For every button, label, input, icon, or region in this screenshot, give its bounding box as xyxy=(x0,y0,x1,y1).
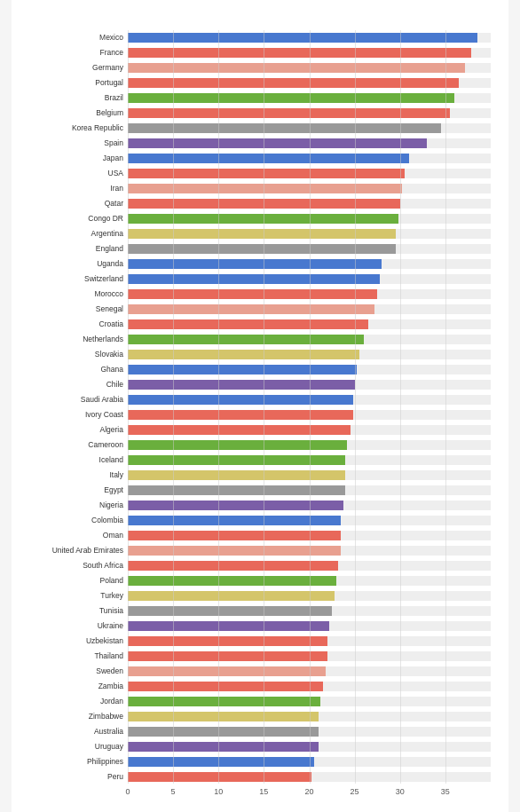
bar-track xyxy=(128,138,491,148)
bar-track xyxy=(128,440,491,450)
row-label: USA xyxy=(35,169,128,177)
table-row: Argentina xyxy=(35,226,491,240)
x-tick: 0 xyxy=(125,787,130,796)
row-label: Colombia xyxy=(35,516,128,524)
row-label: Spain xyxy=(35,138,128,147)
row-label: Oman xyxy=(35,531,128,540)
row-label: Zambia xyxy=(35,682,128,690)
bar-fill xyxy=(128,169,405,178)
bar-fill xyxy=(128,772,311,782)
table-row: Morocco xyxy=(35,287,491,301)
bar-fill xyxy=(128,335,364,344)
table-row: Portugal xyxy=(35,75,491,90)
table-row: Oman xyxy=(35,528,491,542)
table-row: Zambia xyxy=(35,679,491,693)
bar-fill xyxy=(128,199,400,209)
table-row: Cameroon xyxy=(35,438,491,452)
bar-fill xyxy=(128,651,327,661)
bar-track xyxy=(128,501,491,510)
x-tick: 25 xyxy=(351,787,359,796)
row-label: Cameroon xyxy=(35,440,128,449)
bar-track xyxy=(128,214,491,224)
row-label: Italy xyxy=(35,470,128,479)
bar-track xyxy=(128,651,491,661)
row-label: Zimbabwe xyxy=(35,712,128,721)
bar-track xyxy=(128,169,491,178)
bar-fill xyxy=(128,697,320,706)
bar-fill xyxy=(128,274,380,284)
row-label: Japan xyxy=(35,154,128,162)
bar-fill xyxy=(128,606,332,616)
bar-fill xyxy=(128,33,477,43)
bar-fill xyxy=(128,395,353,405)
bar-fill xyxy=(128,455,345,465)
bar-fill xyxy=(128,380,355,390)
row-label: Ghana xyxy=(35,365,128,374)
chart-container: MexicoFranceGermanyPortugalBrazilBelgium… xyxy=(12,0,508,812)
table-row: Qatar xyxy=(35,196,491,210)
bar-track xyxy=(128,772,491,782)
table-row: Slovakia xyxy=(35,347,491,361)
bar-track xyxy=(128,470,491,480)
bar-fill xyxy=(128,63,465,73)
bar-track xyxy=(128,48,491,58)
table-row: Iran xyxy=(35,181,491,195)
bar-fill xyxy=(128,319,368,329)
bar-track xyxy=(128,516,491,525)
bar-track xyxy=(128,757,491,767)
row-label: Morocco xyxy=(35,289,128,298)
table-row: Korea Republic xyxy=(35,121,491,135)
bar-fill xyxy=(128,93,454,103)
row-label: Sweden xyxy=(35,666,128,675)
x-tick: 10 xyxy=(214,787,223,796)
bar-track xyxy=(128,154,491,163)
table-row: Uzbekistan xyxy=(35,634,491,648)
table-row: Uruguay xyxy=(35,739,491,753)
bar-fill xyxy=(128,48,471,58)
row-label: Croatia xyxy=(35,319,128,328)
x-tick: 15 xyxy=(259,787,268,796)
bar-track xyxy=(128,485,491,495)
table-row: Colombia xyxy=(35,513,491,527)
x-tick: 30 xyxy=(396,787,405,796)
bar-track xyxy=(128,531,491,540)
table-row: Iceland xyxy=(35,453,491,467)
row-label: Tunisia xyxy=(35,606,128,615)
row-label: Mexico xyxy=(35,33,128,42)
table-row: Uganda xyxy=(35,256,491,271)
bar-fill xyxy=(128,440,347,450)
row-label: Turkey xyxy=(35,591,128,600)
row-label: Portugal xyxy=(35,78,128,87)
bar-track xyxy=(128,259,491,269)
table-row: Nigeria xyxy=(35,498,491,512)
row-label: Chile xyxy=(35,380,128,389)
row-label: Peru xyxy=(35,772,128,781)
bar-fill xyxy=(128,485,345,495)
bar-track xyxy=(128,108,491,118)
table-row: Chile xyxy=(35,377,491,391)
bar-fill xyxy=(128,470,345,480)
row-label: Ukraine xyxy=(35,621,128,630)
bar-fill xyxy=(128,154,409,163)
bar-track xyxy=(128,606,491,616)
bar-track xyxy=(128,93,491,103)
bar-track xyxy=(128,576,491,586)
row-label: South Africa xyxy=(35,561,128,570)
table-row: South Africa xyxy=(35,558,491,572)
bar-fill xyxy=(128,516,341,525)
bar-fill xyxy=(128,727,319,737)
row-label: Argentina xyxy=(35,229,128,238)
bar-track xyxy=(128,712,491,721)
table-row: Turkey xyxy=(35,588,491,603)
bar-track xyxy=(128,697,491,706)
bar-fill xyxy=(128,365,357,374)
row-label: Germany xyxy=(35,63,128,72)
bar-track xyxy=(128,365,491,374)
row-label: Nigeria xyxy=(35,501,128,509)
bar-fill xyxy=(128,78,459,88)
table-row: USA xyxy=(35,166,491,180)
bar-track xyxy=(128,304,491,314)
table-row: France xyxy=(35,45,491,59)
bar-fill xyxy=(128,184,402,193)
bar-track xyxy=(128,350,491,359)
